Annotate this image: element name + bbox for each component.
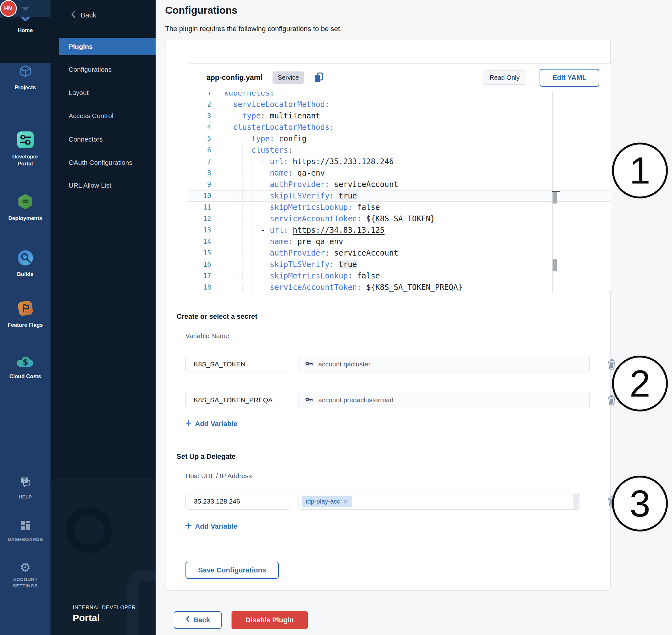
line-content: type: multiTenant <box>224 110 320 122</box>
line-number: 3 <box>188 110 211 122</box>
screen: Home Projects DeveloperPortal ∞ Deployme… <box>0 0 672 635</box>
subnav-back-button[interactable]: Back <box>71 10 96 20</box>
remove-tag-icon[interactable] <box>344 499 348 504</box>
line-content: name: qa-env <box>224 167 325 179</box>
line-number: 12 <box>188 213 211 224</box>
plugin-subnav: Back Plugins Configurations Layout Acces… <box>50 0 156 635</box>
code-line: 8 name: qa-env <box>188 167 611 179</box>
code-line: 4 clusterLocatorMethods: <box>188 122 611 133</box>
subnav-item-access-control[interactable]: Access Control <box>69 112 113 120</box>
line-number: 5 <box>188 133 211 145</box>
line-number: 16 <box>188 259 211 270</box>
sidebar-item-label: Feature Flags <box>8 322 43 329</box>
line-content: - url: https://34.83.13.125 <box>224 224 385 236</box>
scrollbar-cap <box>552 191 560 192</box>
back-button-label: Back <box>193 616 210 624</box>
disable-plugin-button[interactable]: Disable Plugin <box>232 611 308 629</box>
host-url-input[interactable]: 35.233.128.246 <box>186 493 290 509</box>
variable-name-label: Variable Name <box>186 332 229 340</box>
configurations-card: app-config.yaml Service Read Only Edit Y… <box>165 40 611 591</box>
svg-text:$: $ <box>22 357 28 367</box>
sidebar-item-label: ACCOUNTSETTINGS <box>13 576 38 589</box>
chevron-left-icon <box>186 616 190 624</box>
subnav-item-url-allow-list[interactable]: URL Allow List <box>69 182 111 189</box>
annotation-circle-1: 1 <box>612 143 668 198</box>
dashboards-icon <box>19 520 31 533</box>
save-configurations-button[interactable]: Save Configurations <box>186 562 279 579</box>
builds-icon <box>17 249 34 268</box>
annotation-circle-3: 3 <box>612 476 668 531</box>
code-line: 14 name: pre-qa-env <box>188 236 611 247</box>
sidebar-item-help[interactable]: ? HELP <box>0 476 50 500</box>
delegate-tag-field[interactable]: idp-play-acc <box>299 493 580 509</box>
line-content: authProvider: serviceAccount <box>224 179 398 190</box>
line-number: 8 <box>188 167 211 179</box>
sidebar-item-feature-flags[interactable]: Feature Flags <box>0 300 50 329</box>
yaml-filename: app-config.yaml <box>207 73 262 82</box>
line-content: clusters: <box>224 145 293 156</box>
page-title: Configurations <box>165 4 238 16</box>
scrollbar-thumb[interactable] <box>552 259 557 271</box>
brand-line1: INTERNAL DEVELOPER <box>73 605 136 611</box>
help-icon: ? <box>19 476 32 491</box>
add-variable-label: Add Variable <box>195 420 237 428</box>
plus-icon <box>186 522 192 530</box>
annotation-circle-2: 2 <box>612 356 668 412</box>
chevron-left-icon <box>71 10 76 20</box>
line-content: - type: config <box>224 133 306 145</box>
subnav-item-connectors[interactable]: Connectors <box>69 136 103 143</box>
secret-section-title: Create or select a secret <box>177 312 257 321</box>
code-line: 9 authProvider: serviceAccount <box>188 179 611 190</box>
yaml-code-area[interactable]: 1kubernetes:2 serviceLocatorMethod:3 typ… <box>188 92 611 293</box>
sidebar-item-label: Home <box>18 27 33 34</box>
gear-icon: ⚙ <box>20 561 30 573</box>
cloud-costs-icon: $ <box>16 353 35 370</box>
sidebar-item-label: Deployments <box>8 215 42 222</box>
scrollbar-thumb[interactable] <box>552 192 557 203</box>
back-button[interactable]: Back <box>174 611 222 629</box>
sidebar-item-projects[interactable]: Projects <box>0 64 50 91</box>
sidebar-item-builds[interactable]: Builds <box>0 249 50 278</box>
line-number: 11 <box>188 202 211 213</box>
plus-icon <box>186 420 192 428</box>
code-line: 18 serviceAccountToken: ${K8S_SA_TOKEN_P… <box>188 282 611 293</box>
sidebar-item-cloud-costs[interactable]: $ Cloud Costs <box>0 353 50 380</box>
line-number: 7 <box>188 156 211 167</box>
read-only-badge: Read Only <box>483 70 526 85</box>
add-delegate-variable-link[interactable]: Add Variable <box>186 522 237 530</box>
sidebar-item-dashboards[interactable]: DASHBOARDS <box>0 520 50 543</box>
portal-brand: INTERNAL DEVELOPER Portal <box>73 605 136 623</box>
code-line: 10 skipTLSVerify: true <box>188 190 611 202</box>
subnav-item-layout[interactable]: Layout <box>69 89 89 96</box>
variable-name-input[interactable]: K8S_SA_TOKEN <box>186 356 290 372</box>
subnav-item-configurations[interactable]: Configurations <box>69 66 111 73</box>
sidebar-item-developer-portal[interactable]: DeveloperPortal <box>0 131 50 167</box>
sidebar-item-deployments[interactable]: ∞ Deployments <box>0 193 50 222</box>
variable-name-input[interactable]: K8S_SA_TOKEN_PREQA <box>186 392 290 408</box>
secret-selector[interactable]: account.preqaclusterread <box>299 392 590 408</box>
gutter-separator <box>220 92 220 293</box>
subnav-item-plugins[interactable]: Plugins <box>59 38 156 55</box>
sidebar-item-label: Builds <box>17 271 34 278</box>
subnav-divider <box>61 32 146 32</box>
projects-icon <box>18 64 33 81</box>
copy-icon[interactable] <box>313 72 324 84</box>
line-number: 9 <box>188 179 211 190</box>
line-content: kubernetes: <box>224 92 275 99</box>
user-avatar[interactable]: HM <box>0 0 17 17</box>
page-subtitle: The plugin requires the following config… <box>165 25 342 33</box>
line-number: 6 <box>188 145 211 156</box>
tag-field-scroll-strip <box>573 494 579 509</box>
subnav-item-oauth-configurations[interactable]: OAuth Configurations <box>69 159 132 167</box>
subnav-decoration-ring <box>66 507 112 553</box>
line-number: 17 <box>188 270 211 282</box>
line-content: name: pre-qa-env <box>224 236 343 247</box>
code-lines: 1kubernetes:2 serviceLocatorMethod:3 typ… <box>188 92 611 293</box>
sidebar-item-account-settings[interactable]: ⚙ ACCOUNTSETTINGS <box>0 561 50 589</box>
edit-yaml-button[interactable]: Edit YAML <box>540 69 599 87</box>
secret-selector[interactable]: account.qacluster <box>299 356 590 372</box>
svg-text:∞: ∞ <box>21 196 29 206</box>
code-line: 1kubernetes: <box>188 92 611 99</box>
line-content: skipMetricsLookup: false <box>224 202 380 213</box>
add-variable-link[interactable]: Add Variable <box>186 420 237 428</box>
